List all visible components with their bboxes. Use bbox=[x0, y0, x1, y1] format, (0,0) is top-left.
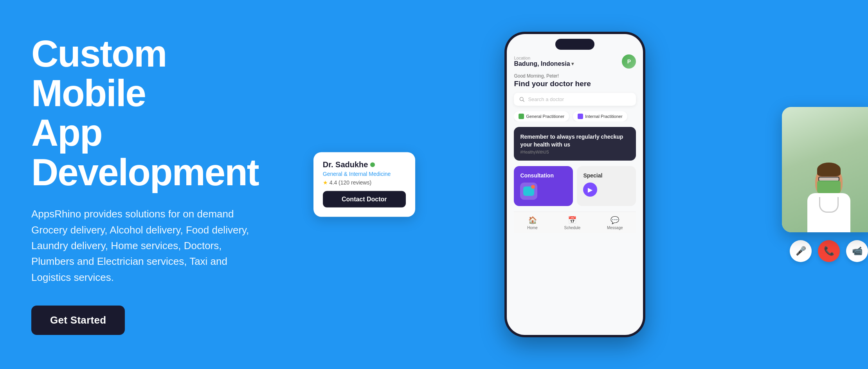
schedule-icon: 📅 bbox=[568, 216, 576, 224]
banner-text: Remember to always regularly checkup you… bbox=[520, 133, 630, 148]
hero-section: Custom Mobile App Development AppsRhino … bbox=[0, 11, 282, 358]
greeting-text: Good Morning, Peter! bbox=[514, 73, 636, 79]
phone-showcase-section: Dr. Sadukhe General & Internal Medicine … bbox=[282, 0, 868, 369]
nav-home[interactable]: 🏠 Home bbox=[527, 216, 538, 230]
doctor-silhouette bbox=[807, 162, 850, 232]
chevron-down-icon: ▾ bbox=[571, 61, 574, 67]
video-call-panel: 🎤 📞 📹 bbox=[782, 107, 868, 262]
doctor-hair bbox=[817, 163, 841, 176]
mute-button[interactable]: 🎤 bbox=[790, 240, 812, 262]
doctor-card: Dr. Sadukhe General & Internal Medicine … bbox=[313, 152, 415, 217]
home-icon: 🏠 bbox=[528, 216, 537, 224]
call-controls: 🎤 📞 📹 bbox=[782, 240, 868, 262]
location-value: Badung, Indonesia ▾ bbox=[514, 60, 573, 67]
search-placeholder: Search a doctor bbox=[528, 96, 564, 102]
notification-dot bbox=[531, 185, 535, 189]
health-banner: Remember to always regularly checkup you… bbox=[514, 127, 636, 161]
end-call-icon: 📞 bbox=[824, 246, 834, 256]
bottom-nav: 🏠 Home 📅 Schedule 💬 Message bbox=[514, 212, 636, 233]
video-button[interactable]: 📹 bbox=[846, 240, 868, 262]
phone-content: Location Badung, Indonesia ▾ P Good Morn… bbox=[507, 34, 643, 335]
pill-general-practitioner[interactable]: General Practitioner bbox=[514, 111, 569, 121]
doctor-video-bg bbox=[782, 107, 868, 232]
consultation-title: Consultation bbox=[520, 172, 567, 179]
get-started-button[interactable]: Get Started bbox=[31, 306, 125, 335]
microphone-icon: 🎤 bbox=[796, 246, 806, 256]
hero-description: AppsRhino provides solutions for on dema… bbox=[31, 206, 258, 285]
dynamic-island bbox=[555, 39, 594, 50]
star-icon: ★ bbox=[323, 179, 328, 186]
doctor-name-row: Dr. Sadukhe bbox=[323, 160, 406, 169]
contact-doctor-button[interactable]: Contact Doctor bbox=[323, 191, 406, 208]
ip-icon bbox=[578, 114, 583, 119]
gp-icon bbox=[519, 114, 524, 119]
stethoscope-icon bbox=[819, 197, 839, 213]
consultation-card[interactable]: Consultation bbox=[514, 166, 573, 206]
category-pills: General Practitioner Internal Practition… bbox=[514, 111, 636, 121]
location-block: Location Badung, Indonesia ▾ bbox=[514, 56, 573, 67]
doctor-body bbox=[807, 193, 850, 232]
doctor-mask bbox=[817, 181, 841, 193]
online-indicator bbox=[370, 162, 375, 167]
doctor-rating: ★ 4.4 (120 reviews) bbox=[323, 179, 406, 186]
camera-icon: 📹 bbox=[852, 246, 863, 256]
video-frame bbox=[782, 107, 868, 232]
hero-title: Custom Mobile App Development bbox=[31, 34, 259, 192]
find-doctor-title: Find your doctor here bbox=[514, 80, 636, 88]
pill-internal-practitioner[interactable]: Internal Practitioner bbox=[573, 111, 627, 121]
nav-message[interactable]: 💬 Message bbox=[607, 216, 623, 230]
search-icon bbox=[519, 97, 525, 102]
message-icon: 💬 bbox=[610, 216, 619, 224]
location-row: Location Badung, Indonesia ▾ P bbox=[514, 54, 636, 69]
consultation-icon bbox=[520, 183, 537, 200]
search-bar[interactable]: Search a doctor bbox=[514, 93, 636, 106]
location-label: Location bbox=[514, 56, 573, 60]
doctor-specialty: General & Internal Medicine bbox=[323, 171, 406, 177]
banner-tag: #HealthyWithUS bbox=[520, 150, 630, 154]
doctor-head bbox=[815, 166, 843, 197]
phone-mockup: Location Badung, Indonesia ▾ P Good Morn… bbox=[504, 32, 645, 337]
avatar: P bbox=[622, 54, 636, 69]
special-title: Special bbox=[583, 172, 630, 179]
services-grid: Consultation Special ▶ bbox=[514, 166, 636, 206]
end-call-button[interactable]: 📞 bbox=[818, 240, 840, 262]
nav-schedule[interactable]: 📅 Schedule bbox=[564, 216, 581, 230]
special-card[interactable]: Special ▶ bbox=[577, 166, 636, 206]
phone-screen: Location Badung, Indonesia ▾ P Good Morn… bbox=[507, 34, 643, 335]
arrow-icon: ▶ bbox=[583, 183, 597, 197]
